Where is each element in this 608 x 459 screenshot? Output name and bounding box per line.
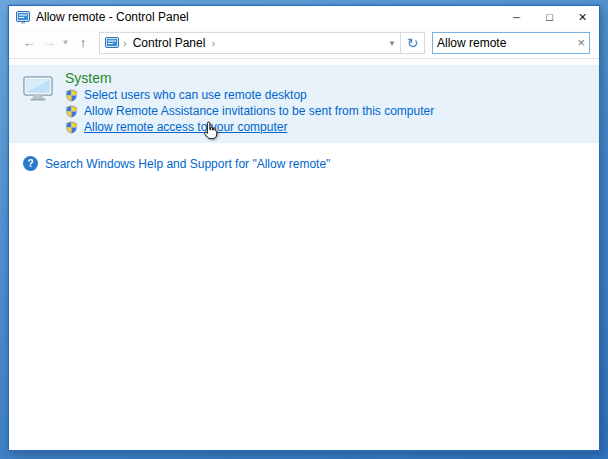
address-dropdown-icon[interactable]: ▼ bbox=[388, 39, 396, 48]
address-bar[interactable]: › Control Panel › ▼ bbox=[99, 32, 401, 54]
up-button[interactable]: ↑ bbox=[72, 32, 94, 54]
result-group-body: System Select users who can use remote d… bbox=[65, 70, 585, 136]
desktop: { "window": { "title": "Allow remote - C… bbox=[0, 0, 608, 459]
search-input[interactable] bbox=[433, 34, 574, 52]
search-box: × bbox=[432, 32, 590, 54]
titlebar: Allow remote - Control Panel ─ □ × bbox=[9, 6, 599, 28]
breadcrumb-item-control-panel[interactable]: Control Panel bbox=[131, 36, 208, 50]
search-results-area: System Select users who can use remote d… bbox=[9, 59, 599, 450]
system-monitor-icon bbox=[23, 75, 53, 136]
result-row: Allow Remote Assistance invitations to b… bbox=[65, 104, 585, 119]
link-allow-remote-assistance-invitations[interactable]: Allow Remote Assistance invitations to b… bbox=[84, 104, 434, 119]
control-panel-icon bbox=[16, 11, 30, 24]
result-group-title: System bbox=[65, 70, 585, 86]
breadcrumb-chevron-icon[interactable]: › bbox=[211, 37, 215, 49]
search-clear-icon[interactable]: × bbox=[574, 33, 589, 53]
back-button[interactable]: ← bbox=[19, 32, 39, 54]
uac-shield-icon bbox=[65, 121, 78, 134]
refresh-button[interactable]: ↻ bbox=[400, 32, 425, 54]
address-location-icon bbox=[105, 37, 119, 50]
breadcrumb-chevron-icon: › bbox=[123, 37, 127, 49]
uac-shield-icon bbox=[65, 105, 78, 118]
forward-button[interactable]: → bbox=[39, 32, 59, 54]
minimize-button[interactable]: ─ bbox=[500, 6, 533, 28]
navigation-bar: ← → ▼ ↑ › Control Panel › ▼ ↻ × bbox=[9, 28, 599, 59]
control-panel-window: Allow remote - Control Panel ─ □ × ← → ▼… bbox=[8, 5, 600, 451]
help-question-icon: ? bbox=[23, 156, 38, 171]
link-search-help-support[interactable]: Search Windows Help and Support for "All… bbox=[45, 157, 330, 171]
help-row: ? Search Windows Help and Support for "A… bbox=[23, 156, 599, 171]
uac-shield-icon bbox=[65, 89, 78, 102]
link-select-users-remote-desktop[interactable]: Select users who can use remote desktop bbox=[84, 88, 307, 103]
maximize-button[interactable]: □ bbox=[533, 6, 566, 28]
result-row: Allow remote access to your computer bbox=[65, 120, 585, 135]
result-row: Select users who can use remote desktop bbox=[65, 88, 585, 103]
history-dropdown-icon[interactable]: ▼ bbox=[59, 32, 72, 54]
window-title: Allow remote - Control Panel bbox=[36, 10, 494, 24]
link-allow-remote-access[interactable]: Allow remote access to your computer bbox=[84, 120, 287, 135]
window-controls: ─ □ × bbox=[500, 6, 599, 28]
close-button[interactable]: × bbox=[566, 6, 599, 28]
result-group-system: System Select users who can use remote d… bbox=[9, 65, 599, 143]
